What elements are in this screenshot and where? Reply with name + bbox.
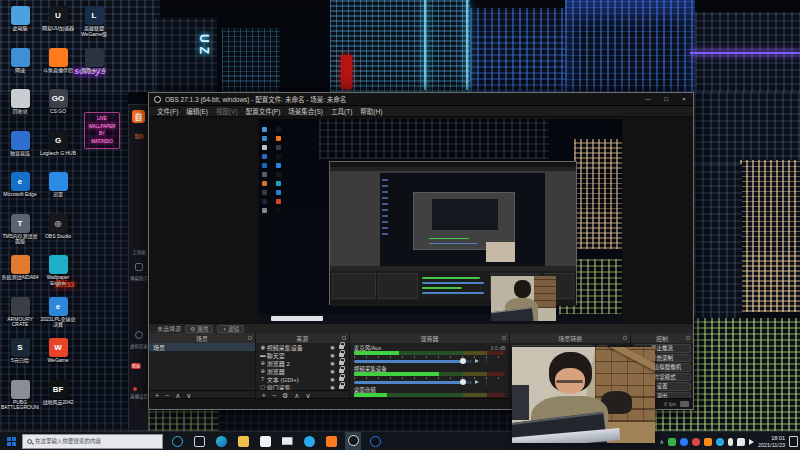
desktop-icon-aida64[interactable]: 系统测试AIDA64	[2, 255, 38, 288]
douyu-nav-avatar[interactable]: 虚拟形象	[129, 343, 149, 349]
desktop-icon-thunder[interactable]: 迅雷	[40, 172, 76, 205]
menu-item[interactable]: 帮助(H)	[356, 106, 386, 116]
obs-app-icon	[154, 96, 161, 103]
dock-pin-icon	[623, 336, 627, 340]
close-button[interactable]: ×	[675, 93, 693, 106]
search-input[interactable]: 在这里输入你要搜索的内容	[22, 434, 163, 449]
wallpaper-building	[740, 160, 800, 312]
tray-expand-icon[interactable]: ∧	[659, 438, 663, 445]
desktop-icon-recycle-bin[interactable]: 回收站	[2, 89, 38, 122]
visibility-eye-icon[interactable]: ◉	[330, 368, 334, 374]
taskbar-edge-icon[interactable]	[213, 432, 229, 450]
preview-canvas[interactable]	[259, 119, 622, 323]
taskbar-uu-icon[interactable]	[367, 432, 383, 450]
volume-slider[interactable]	[354, 381, 472, 384]
minimize-button[interactable]: —	[639, 93, 657, 106]
properties-button[interactable]: ⚙属性	[185, 325, 213, 333]
desktop-icon-this-pc[interactable]: 此电脑	[2, 6, 38, 39]
desktop-icon-ghub[interactable]: G Logitech G HUB	[40, 131, 76, 164]
obs-titlebar[interactable]: OBS 27.1.3 (64-bit, windows) - 配置文件: 未命名…	[149, 93, 693, 106]
desktop-icon-gpu-direct[interactable]: 独显直连	[2, 131, 38, 164]
speaker-icon[interactable]	[475, 359, 481, 363]
taskbar-douyu-icon[interactable]	[323, 432, 339, 450]
notification-center-icon[interactable]	[789, 436, 798, 447]
desktop-icon-kartrider[interactable]: 跑跑卡丁车	[76, 48, 112, 81]
desktop-icon-lol-wegame[interactable]: L 英雄联盟WeGame版	[76, 6, 112, 39]
lock-icon[interactable]	[339, 369, 344, 373]
speaker-icon[interactable]	[475, 380, 481, 384]
taskbar-explorer-icon[interactable]	[235, 432, 251, 450]
taskbar-clock[interactable]: 18:01 2021/11/23	[758, 435, 785, 449]
desktop-icons-col1: 此电脑 网速 回收站 独显直连 e Microsoft Edge T TM5内存…	[2, 6, 38, 412]
taskbar-obs-icon[interactable]	[345, 432, 361, 450]
douyu-nav-my[interactable]: 我的	[129, 133, 149, 139]
menu-item[interactable]: 视图(V)	[212, 106, 242, 116]
taskbar-mail-icon[interactable]	[279, 432, 295, 450]
lock-icon[interactable]	[339, 361, 344, 365]
desktop-icon-douyu-companion[interactable]: 斗鱼直播伴侣	[40, 48, 76, 81]
track-options-icon[interactable]: ⋮	[484, 358, 489, 364]
lock-icon[interactable]	[339, 385, 344, 389]
slider-knob-icon[interactable]	[460, 358, 466, 364]
desktop-icon-obs-studio[interactable]: ◎ OBS Studio	[40, 214, 76, 247]
douyu-companion-window: 自 我的 工具箱 弹幕助手 虚拟形象 新版 直播设置	[128, 104, 148, 431]
desktop-icon-pubg[interactable]: PUBG BATTLEGROUNDS	[2, 380, 38, 413]
desktop-icon-steam[interactable]: S 5元白给	[2, 338, 38, 371]
neon-edge	[466, 0, 468, 90]
tray-blue-icon[interactable]	[680, 438, 688, 446]
tray-red-icon[interactable]	[692, 438, 700, 446]
visibility-eye-icon[interactable]: ◉	[330, 352, 334, 358]
desktop-icon-armoury-crate[interactable]: ARMOURY CRATE	[2, 297, 38, 330]
maximize-button[interactable]: □	[657, 93, 675, 106]
douyu-nav-danmu[interactable]: 弹幕助手	[129, 275, 149, 281]
douyu-nav-toolbox[interactable]: 工具箱	[129, 249, 149, 255]
desktop-icon-edge[interactable]: e Microsoft Edge	[2, 172, 38, 205]
filters-button[interactable]: ◑滤镜	[217, 325, 244, 333]
menu-item[interactable]: 工具(T)	[327, 106, 356, 116]
lock-icon[interactable]	[339, 345, 344, 349]
tray-volume-icon[interactable]	[749, 439, 754, 445]
desktop-icon-tm5[interactable]: T TM5内存测试桌面版	[2, 214, 38, 247]
taskbar-cortana-icon[interactable]	[169, 432, 185, 450]
tray-telegram-icon[interactable]	[716, 438, 724, 446]
visibility-eye-icon[interactable]: ◉	[330, 344, 334, 350]
visibility-eye-icon[interactable]: ◉	[330, 360, 334, 366]
douyu-nav-settings[interactable]: 直播设置	[129, 393, 149, 399]
search-icon	[27, 439, 32, 444]
neon-sign-uz: UZ	[197, 34, 211, 58]
desktop-icon-wangsu[interactable]: 网速	[2, 48, 38, 81]
nested-desktop-icon-obs-studio	[276, 172, 281, 177]
lock-icon[interactable]	[339, 353, 344, 357]
dock-pin-icon	[342, 336, 346, 340]
app-icon	[49, 255, 68, 274]
menu-item[interactable]: 配置文件(P)	[242, 106, 285, 116]
desktop-icon-uu-booster[interactable]: U 网易UU加速器	[40, 6, 76, 39]
track-options-icon[interactable]: ⋮	[484, 379, 489, 385]
tray-chat-icon[interactable]	[737, 438, 745, 446]
desktop-icon-label: 网易UU加速器	[39, 26, 77, 32]
desktop-icon-bf2042[interactable]: BF 战地风云2042	[40, 380, 76, 413]
taskbar-taskview-icon[interactable]	[191, 432, 207, 450]
visibility-eye-icon[interactable]: ◉	[330, 376, 334, 382]
scene-row-场景[interactable]: 场景	[149, 343, 255, 351]
desktop-icon-wegame[interactable]: W WeGame	[40, 338, 76, 371]
tray-mic-icon[interactable]	[728, 438, 733, 446]
volume-slider[interactable]	[354, 360, 472, 363]
menu-item[interactable]: 编辑(E)	[182, 106, 212, 116]
tray-orange-icon[interactable]	[704, 438, 712, 446]
slider-knob-icon[interactable]	[460, 379, 466, 385]
start-button[interactable]	[0, 432, 22, 450]
app-icon	[11, 6, 30, 25]
lock-icon[interactable]	[339, 377, 344, 381]
taskbar-telegram-icon[interactable]	[301, 432, 317, 450]
nested-desktop-icon-ghub	[276, 154, 281, 159]
nested2-meter	[429, 238, 469, 239]
taskbar-store-icon[interactable]	[257, 432, 273, 450]
desktop-icon-csgo[interactable]: GO CS:GO	[40, 89, 76, 122]
tray-shield-icon[interactable]	[668, 438, 676, 446]
desktop-icon-wallpaper-engine[interactable]: Wallpaper Engine	[40, 255, 76, 288]
menu-item[interactable]: 文件(F)	[153, 106, 182, 116]
neon-edge	[424, 0, 426, 90]
desktop-icon-lpl-2021[interactable]: e 2021LPL全球总决赛	[40, 297, 76, 330]
menu-item[interactable]: 场景集合(S)	[284, 106, 327, 116]
